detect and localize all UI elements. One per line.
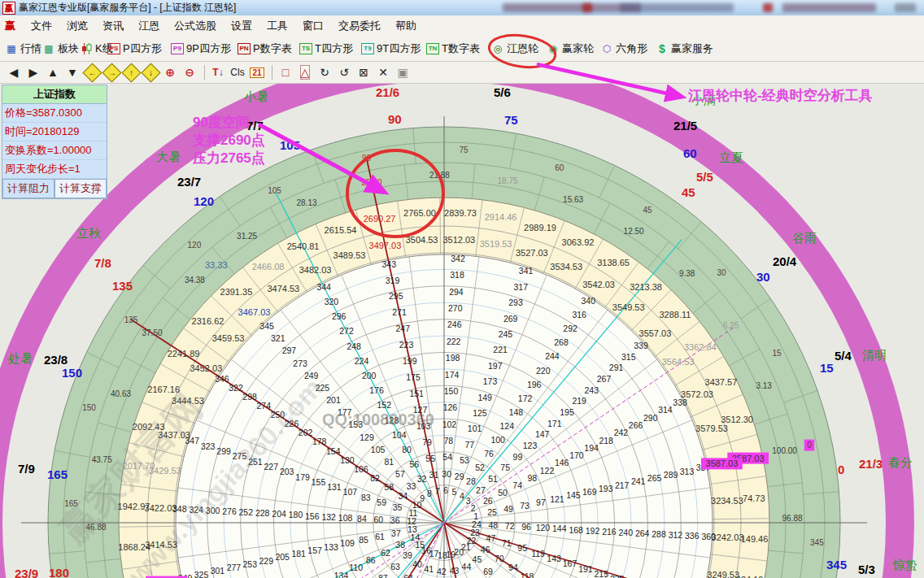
svg-text:106: 106 (354, 464, 368, 474)
toolbar2-t-updown-button[interactable]: T↓ (209, 64, 227, 80)
svg-text:155: 155 (312, 477, 326, 487)
toolbar-button-赢家服务[interactable]: $赢家服务 (656, 40, 713, 58)
svg-text:72: 72 (505, 521, 515, 531)
toolbar-button-江恩轮[interactable]: ◎江恩轮 (491, 40, 538, 58)
toolbar-button-行情[interactable]: ▦行情 (5, 40, 41, 58)
svg-text:107: 107 (343, 487, 358, 497)
calc-support-button[interactable]: 计算支撑 (54, 179, 107, 198)
toolbar-button-赢家轮[interactable]: ◉赢家轮 (547, 40, 594, 58)
calc-resistance-button[interactable]: 计算阻力 (2, 179, 54, 198)
toolbar2-maximize-button[interactable]: ⊠ (355, 64, 373, 80)
svg-text:36: 36 (390, 515, 400, 525)
svg-text:174: 174 (445, 370, 460, 380)
svg-text:274: 274 (257, 401, 272, 411)
toolbar-button-T数字表[interactable]: TNT数字表 (426, 40, 480, 58)
toolbar-button-P四方形[interactable]: PSP四方形 (107, 40, 162, 58)
svg-text:108: 108 (338, 513, 353, 523)
svg-text:122: 122 (540, 466, 555, 476)
toolbar2-square-tool-button[interactable]: □ (277, 64, 294, 80)
toolbar2-step-down-button[interactable]: ↓ (142, 64, 159, 80)
toolbar2-step-up-button[interactable]: ↑ (122, 64, 140, 80)
toolbar2-zoom-out-button[interactable]: ⊖ (181, 64, 198, 80)
svg-text:297: 297 (282, 345, 297, 355)
menu-item-6[interactable]: 设置 (224, 16, 259, 36)
toolbar-button-P数字表[interactable]: PNP数字表 (238, 40, 292, 58)
svg-text:3213.38: 3213.38 (630, 282, 662, 292)
menu-item-9[interactable]: 交易委托 (331, 16, 388, 36)
svg-text:314: 314 (658, 405, 673, 415)
svg-text:74: 74 (512, 480, 522, 490)
svg-text:41: 41 (424, 564, 434, 574)
svg-text:0: 0 (807, 441, 812, 450)
toolbar-button-板块[interactable]: ▩板块 (42, 40, 79, 58)
toolbar-button-9P四方形[interactable]: P99P四方形 (171, 40, 231, 58)
svg-text:224.19: 224.19 (736, 575, 764, 578)
toolbar-button-9T四方形[interactable]: T99T四方形 (361, 40, 421, 58)
ts-icon: TS (299, 43, 312, 54)
svg-text:3527.03: 3527.03 (516, 248, 548, 258)
rotate-cw-icon: ↻ (320, 66, 329, 79)
toolbar2-step-right-button[interactable]: → (102, 64, 120, 80)
menu-item-7[interactable]: 工具 (259, 16, 295, 36)
toolbar2-nav-down-button[interactable]: ▼ (63, 64, 81, 80)
svg-text:53: 53 (460, 455, 469, 465)
svg-text:100: 100 (490, 435, 505, 445)
toolbar2-cls-button[interactable]: Cls (229, 64, 246, 80)
svg-text:317: 317 (514, 282, 529, 292)
p9-icon: P9 (171, 43, 184, 54)
toolbar2-step-left-button[interactable]: ← (83, 64, 101, 80)
svg-text:124: 124 (500, 421, 515, 431)
toolbar2-zoom-in-button[interactable]: ⊕ (161, 64, 179, 80)
svg-text:15.63: 15.63 (563, 195, 583, 204)
svg-text:3534.53: 3534.53 (550, 262, 582, 272)
svg-text:181: 181 (291, 549, 306, 558)
svg-text:74.73: 74.73 (743, 493, 765, 503)
svg-text:55: 55 (425, 454, 435, 463)
toolbar2-triangle-tool-button[interactable]: △ (296, 64, 314, 80)
toolbar2-rotate-ccw-button[interactable]: ↺ (335, 64, 353, 80)
toolbar-button-六角形[interactable]: ⬡六角形 (600, 40, 647, 58)
menu-item-4[interactable]: 江恩 (131, 16, 167, 36)
menu-item-1[interactable]: 文件 (24, 16, 59, 36)
toolbar2-nav-up-button[interactable]: ▲ (44, 64, 62, 80)
svg-text:171: 171 (547, 419, 562, 428)
toolbar2-center-tool-button[interactable]: ✕ (374, 64, 392, 80)
svg-text:343: 343 (382, 259, 397, 269)
svg-text:172: 172 (518, 393, 533, 403)
svg-text:342: 342 (451, 254, 465, 263)
svg-text:312: 312 (669, 530, 683, 540)
svg-text:273: 273 (293, 359, 307, 368)
toolbar2-nav-right-button[interactable]: ▶ (24, 64, 42, 80)
svg-text:58: 58 (384, 482, 394, 492)
svg-text:104: 104 (392, 430, 407, 440)
toolbar2-nav-left-button[interactable]: ◀ (5, 64, 23, 80)
svg-text:191: 191 (578, 564, 593, 574)
menu-item-5[interactable]: 公式选股 (167, 16, 224, 36)
menu-item-2[interactable]: 浏览 (59, 16, 95, 36)
zoom-out-icon: ⊖ (185, 66, 194, 79)
svg-text:60: 60 (555, 163, 564, 172)
svg-text:87: 87 (378, 573, 388, 578)
svg-text:203: 203 (280, 467, 294, 476)
svg-text:2839.73: 2839.73 (444, 208, 477, 218)
menu-item-8[interactable]: 窗口 (295, 16, 331, 36)
toolbar2-screen-tool-button[interactable]: ▣ (394, 64, 412, 80)
toolbar2-calendar-button[interactable]: 21 (248, 64, 266, 80)
svg-text:315: 315 (621, 352, 636, 362)
svg-text:245: 245 (499, 329, 513, 339)
menu-item-10[interactable]: 帮助 (388, 16, 424, 36)
svg-text:121: 121 (550, 494, 564, 504)
svg-text:63: 63 (390, 562, 400, 571)
svg-text:336: 336 (685, 531, 700, 541)
t-updown-icon: T↓ (212, 67, 223, 78)
toolbar2-rotate-cw-button[interactable]: ↻ (316, 64, 333, 80)
svg-text:271: 271 (392, 307, 407, 317)
svg-text:3579.53: 3579.53 (695, 424, 728, 433)
svg-text:319: 319 (386, 276, 400, 285)
svg-text:109: 109 (340, 538, 355, 548)
svg-text:264: 264 (635, 528, 650, 538)
svg-text:3063.92: 3063.92 (562, 237, 595, 247)
step-right-icon: → (102, 63, 121, 82)
menu-item-3[interactable]: 资讯 (95, 16, 131, 36)
toolbar-button-T四方形[interactable]: TST四方形 (299, 40, 353, 58)
